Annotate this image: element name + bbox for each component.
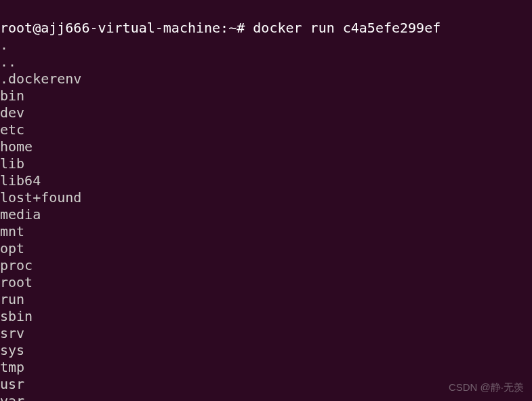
prompt-path: ~: [228, 20, 237, 36]
output-line: tmp: [0, 359, 532, 376]
output-line: lib64: [0, 172, 532, 189]
output-line: mnt: [0, 223, 532, 240]
output-line: home: [0, 138, 532, 155]
output-line: usr: [0, 376, 532, 393]
terminal-output[interactable]: root@ajj666-virtual-machine:~# docker ru…: [0, 3, 532, 401]
output-line: ..: [0, 54, 532, 71]
output-line: sbin: [0, 308, 532, 325]
output-line: srv: [0, 325, 532, 342]
output-line: .: [0, 37, 532, 54]
output-line: var: [0, 393, 532, 401]
output-line: bin: [0, 88, 532, 104]
output-line: lost+found: [0, 189, 532, 206]
output-line: media: [0, 206, 532, 223]
output-line: sys: [0, 342, 532, 359]
output-line: etc: [0, 121, 532, 138]
output-line: opt: [0, 240, 532, 257]
prompt-separator: :: [220, 20, 228, 36]
output-line: dev: [0, 104, 532, 121]
prompt-user-host: root@ajj666-virtual-machine: [0, 20, 220, 36]
command-text: docker run c4a5efe299ef: [253, 20, 441, 36]
output-line: root: [0, 274, 532, 291]
output-line: proc: [0, 257, 532, 274]
output-line: lib: [0, 155, 532, 172]
prompt-symbol: #: [237, 20, 253, 36]
output-line: run: [0, 291, 532, 308]
output-line: .dockerenv: [0, 71, 532, 88]
